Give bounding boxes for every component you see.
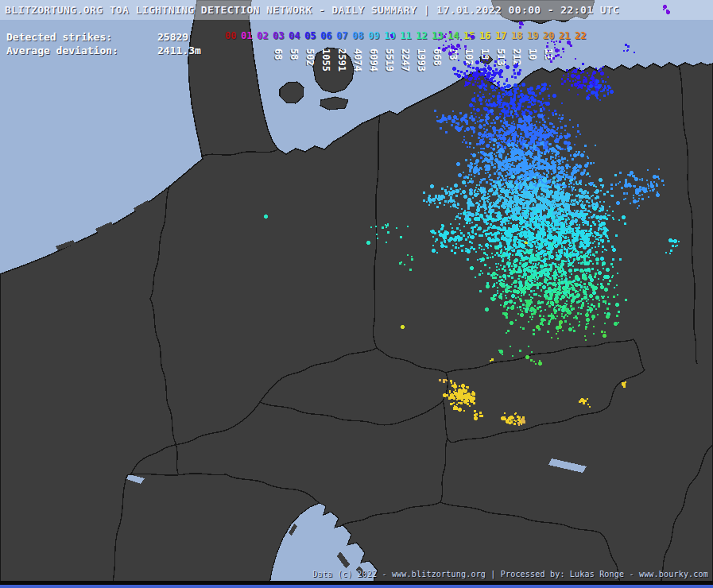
detected-strikes-label: Detected strikes:: [6, 31, 112, 43]
title-bar: BLITZORTUNG.ORG TOA LIGHTNING DETECTION …: [0, 0, 713, 20]
average-deviation-value: 2411.3m: [157, 44, 201, 56]
credit-line: Data (c) 2022 - www.blitzortung.org | Pr…: [312, 570, 708, 578]
bottom-blue-bar: [0, 585, 713, 588]
lightning-map-screen: BLITZORTUNG.ORG TOA LIGHTNING DETECTION …: [0, 0, 713, 588]
page-title: BLITZORTUNG.ORG TOA LIGHTNING DETECTION …: [5, 0, 619, 20]
average-deviation-label: Average deviation:: [6, 44, 118, 56]
detected-strikes-value: 25829: [157, 31, 188, 43]
map-svg: [0, 0, 713, 588]
